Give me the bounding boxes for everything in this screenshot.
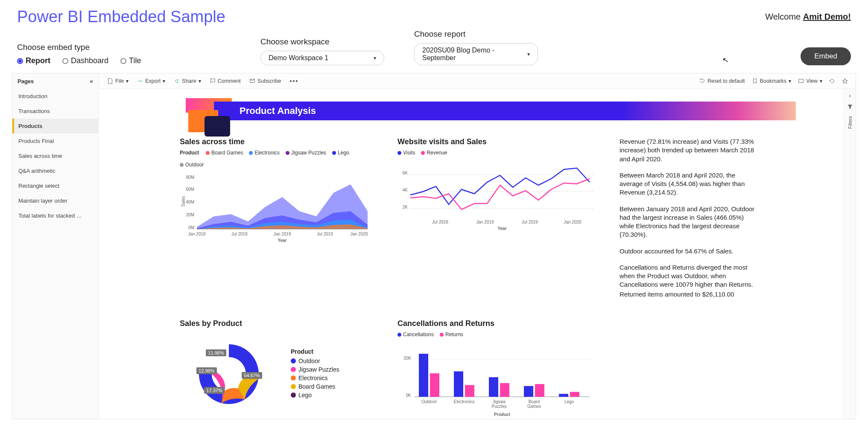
svg-rect-47 xyxy=(570,392,579,396)
comment-icon xyxy=(210,78,216,84)
donut-chart: 54.67% 17.37% 12.98% 11.96% xyxy=(180,332,278,417)
report-select[interactable]: 2020SU09 Blog Demo - September ▾ xyxy=(414,43,538,65)
report-title-banner: Product Analysis xyxy=(180,98,796,128)
page-item-rectangle-select[interactable]: Rectangle select xyxy=(12,178,98,193)
svg-text:Jan 2019: Jan 2019 xyxy=(273,232,291,236)
svg-text:Year: Year xyxy=(497,226,506,231)
svg-rect-45 xyxy=(535,384,544,397)
toolbar-file[interactable]: File▾ xyxy=(103,78,133,84)
radio-report-label: Report xyxy=(26,56,50,65)
toolbar-refresh[interactable] xyxy=(826,78,839,84)
report-title: Product Analysis xyxy=(240,105,316,116)
radio-tile[interactable]: Tile xyxy=(120,56,141,65)
toolbar-favorite[interactable] xyxy=(839,78,851,84)
export-icon xyxy=(137,78,143,84)
page-item-products-final[interactable]: Products Final xyxy=(12,134,98,148)
radio-dashboard-label: Dashboard xyxy=(71,56,108,65)
svg-rect-42 xyxy=(489,377,498,397)
visual-title: Sales across time xyxy=(180,137,376,146)
svg-text:Lego: Lego xyxy=(564,399,574,404)
svg-text:Jan 2020: Jan 2020 xyxy=(350,232,368,236)
radio-tile-label: Tile xyxy=(129,56,141,65)
visual-sales-across-time[interactable]: Sales across time Product Board Games El… xyxy=(180,137,376,306)
workspace-value: Demo Workspace 1 xyxy=(269,54,328,62)
visual-title: Cancellations and Returns xyxy=(397,319,598,328)
visual-title: Sales by Product xyxy=(180,319,376,328)
svg-text:20M: 20M xyxy=(186,212,194,217)
svg-rect-44 xyxy=(524,386,533,397)
svg-text:Jan 2019: Jan 2019 xyxy=(476,220,494,224)
visual-legend: Cancellations Returns xyxy=(397,332,598,337)
page-item-products[interactable]: Products xyxy=(12,119,98,134)
radio-icon xyxy=(120,58,126,64)
svg-text:11.96%: 11.96% xyxy=(208,350,224,355)
svg-text:54.67%: 54.67% xyxy=(244,373,260,378)
reset-icon xyxy=(699,78,705,84)
chevron-down-icon: ▾ xyxy=(527,51,530,57)
svg-text:4K: 4K xyxy=(403,188,408,192)
svg-text:BoardGames: BoardGames xyxy=(527,399,541,409)
radio-dashboard[interactable]: Dashboard xyxy=(62,56,108,65)
chevron-left-icon[interactable]: ‹ xyxy=(849,92,851,99)
svg-text:Year: Year xyxy=(278,238,286,243)
svg-text:17.37%: 17.37% xyxy=(206,388,222,393)
refresh-icon xyxy=(829,78,835,84)
bookmark-icon xyxy=(752,78,758,84)
page-item-maintain-layer[interactable]: Maintain layer order xyxy=(12,193,98,208)
collapse-pane-icon[interactable]: « xyxy=(90,78,93,84)
svg-text:0M: 0M xyxy=(188,225,194,230)
area-chart: 0M 20M 40M 60M 80M Sales xyxy=(180,169,376,246)
page-item-sales-across-time[interactable]: Sales across time xyxy=(12,148,98,163)
donut-legend: Product Outdoor Jigsaw Puzzles Electroni… xyxy=(291,348,339,400)
svg-text:12.98%: 12.98% xyxy=(199,368,215,373)
svg-rect-38 xyxy=(419,354,428,397)
filters-pane-collapsed[interactable]: ‹ Filters xyxy=(844,89,856,419)
svg-rect-46 xyxy=(559,394,568,397)
svg-text:Product: Product xyxy=(494,412,510,417)
visual-cancel-returns[interactable]: Cancellations and Returns Cancellations … xyxy=(397,319,598,419)
welcome-user-link[interactable]: Amit Demo! xyxy=(803,12,851,21)
toolbar-more[interactable]: ••• xyxy=(285,78,303,84)
page-item-qna[interactable]: Q&A arithmetic xyxy=(12,163,98,178)
page-item-transactions[interactable]: Transactions xyxy=(12,104,98,119)
svg-rect-40 xyxy=(454,371,463,397)
svg-rect-39 xyxy=(430,373,439,397)
toolbar-comment[interactable]: Comment xyxy=(205,78,245,84)
welcome-prefix: Welcome xyxy=(765,12,803,21)
visual-title: Website visits and Sales xyxy=(397,137,598,146)
radio-icon xyxy=(62,58,68,64)
embed-type-label: Choose embed type xyxy=(17,43,260,52)
toolbar-export[interactable]: Export▾ xyxy=(133,78,170,84)
app-title: Power BI Embedded Sample xyxy=(17,8,225,26)
svg-text:Sales: Sales xyxy=(181,196,186,206)
bar-chart: 0K 20K OutdoorElectronicsJigsawPuzzlesBo… xyxy=(397,339,598,419)
page-item-total-labels[interactable]: Total labels for stacked … xyxy=(12,208,98,223)
svg-text:Jan 2018: Jan 2018 xyxy=(188,232,206,236)
workspace-select[interactable]: Demo Workspace 1 ▾ xyxy=(260,51,384,65)
chevron-down-icon: ▾ xyxy=(374,55,376,61)
radio-icon xyxy=(17,58,23,64)
visual-visits-sales[interactable]: Website visits and Sales Visits Revenue … xyxy=(397,137,598,306)
svg-text:20K: 20K xyxy=(403,356,411,361)
toolbar-view[interactable]: View▾ xyxy=(795,78,826,84)
svg-text:80M: 80M xyxy=(186,175,194,180)
svg-text:6K: 6K xyxy=(403,171,408,175)
toolbar-subscribe[interactable]: Subscribe xyxy=(245,78,286,84)
svg-rect-41 xyxy=(465,385,474,397)
radio-report[interactable]: Report xyxy=(17,56,50,65)
report-value: 2020SU09 Blog Demo - September xyxy=(422,47,527,62)
page-item-introduction[interactable]: Introduction xyxy=(12,89,98,104)
svg-text:Jul 2019: Jul 2019 xyxy=(522,220,538,224)
toolbar-share[interactable]: Share▾ xyxy=(170,78,205,84)
toolbar-bookmarks[interactable]: Bookmarks▾ xyxy=(748,78,795,84)
svg-text:2K: 2K xyxy=(403,205,408,209)
welcome-text: Welcome Amit Demo! xyxy=(765,12,851,22)
report-label: Choose report xyxy=(414,29,568,39)
svg-text:Outdoor: Outdoor xyxy=(421,399,437,404)
embed-button[interactable]: Embed xyxy=(801,47,851,65)
toolbar-reset[interactable]: Reset to default xyxy=(696,78,748,84)
pages-header: Pages xyxy=(18,78,34,84)
visual-legend: Visits Revenue xyxy=(397,150,598,156)
visual-sales-by-product[interactable]: Sales by Product xyxy=(180,319,376,419)
svg-text:Jul 2018: Jul 2018 xyxy=(432,220,448,224)
